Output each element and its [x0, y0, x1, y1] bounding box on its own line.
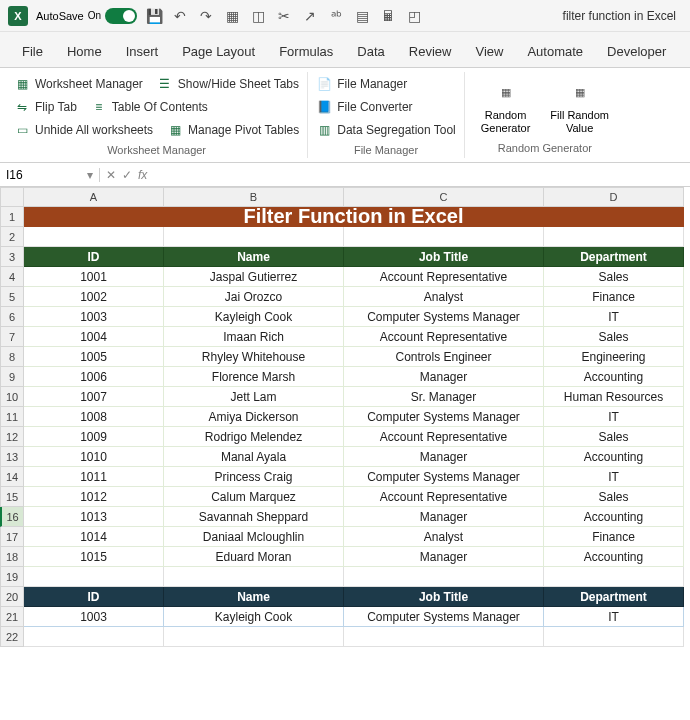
chevron-down-icon[interactable]: ▾ [87, 168, 93, 182]
cell[interactable]: Account Representative [344, 427, 544, 447]
cell[interactable]: Imaan Rich [164, 327, 344, 347]
row-header-17[interactable]: 17 [0, 527, 24, 547]
redo-icon[interactable]: ↷ [197, 7, 215, 25]
row-header-9[interactable]: 9 [0, 367, 24, 387]
cell[interactable]: Calum Marquez [164, 487, 344, 507]
qat-icon-5[interactable]: ▤ [353, 7, 371, 25]
cell[interactable]: Accounting [544, 367, 684, 387]
row-header-10[interactable]: 10 [0, 387, 24, 407]
calc-icon[interactable]: 🖩 [379, 7, 397, 25]
cell[interactable]: 1012 [24, 487, 164, 507]
cell[interactable]: 1011 [24, 467, 164, 487]
cell[interactable]: Jaspal Gutierrez [164, 267, 344, 287]
tab-data[interactable]: Data [345, 38, 396, 67]
cell[interactable]: Accounting [544, 447, 684, 467]
qat-icon-2[interactable]: ◫ [249, 7, 267, 25]
tab-developer[interactable]: Developer [595, 38, 678, 67]
cell[interactable] [24, 227, 164, 247]
cell[interactable]: IT [544, 467, 684, 487]
cell[interactable] [24, 567, 164, 587]
cell[interactable]: Finance [544, 287, 684, 307]
cell[interactable]: Jai Orozco [164, 287, 344, 307]
row-header-21[interactable]: 21 [0, 607, 24, 627]
row-header-19[interactable]: 19 [0, 567, 24, 587]
cell[interactable] [24, 627, 164, 647]
cell[interactable]: Human Resources [544, 387, 684, 407]
cmd-random-generator[interactable]: ▦ Random Generator [473, 74, 539, 138]
fx-icon[interactable]: fx [138, 168, 147, 182]
col-header-D[interactable]: D [544, 187, 684, 207]
row-header-13[interactable]: 13 [0, 447, 24, 467]
row-header-8[interactable]: 8 [0, 347, 24, 367]
cell[interactable]: 1015 [24, 547, 164, 567]
cell[interactable]: 1013 [24, 507, 164, 527]
qat-icon-4[interactable]: ᵃᵇ [327, 7, 345, 25]
cell[interactable]: Sr. Manager [344, 387, 544, 407]
cell[interactable] [344, 227, 544, 247]
cell[interactable]: 1010 [24, 447, 164, 467]
select-all-corner[interactable] [0, 187, 24, 207]
cell[interactable]: 1003 [24, 607, 164, 627]
row-header-4[interactable]: 4 [0, 267, 24, 287]
cmd-show-hide-tabs[interactable]: ☰Show/Hide Sheet Tabs [157, 74, 299, 94]
cell[interactable]: Finance [544, 527, 684, 547]
row-header-15[interactable]: 15 [0, 487, 24, 507]
cell[interactable] [344, 567, 544, 587]
row-header-12[interactable]: 12 [0, 427, 24, 447]
tab-review[interactable]: Review [397, 38, 464, 67]
cmd-data-segregation[interactable]: ▥Data Segregation Tool [316, 120, 456, 140]
cell[interactable]: Department [544, 587, 684, 607]
cmd-file-converter[interactable]: 📘File Converter [316, 97, 456, 117]
tab-automate[interactable]: Automate [515, 38, 595, 67]
tab-view[interactable]: View [463, 38, 515, 67]
cell[interactable]: Florence Marsh [164, 367, 344, 387]
cell[interactable]: 1006 [24, 367, 164, 387]
cell[interactable]: 1001 [24, 267, 164, 287]
name-box[interactable]: I16 ▾ [0, 168, 100, 182]
cmd-toc[interactable]: ≡Table Of Contents [91, 97, 208, 117]
col-header-A[interactable]: A [24, 187, 164, 207]
cell[interactable]: Manal Ayala [164, 447, 344, 467]
cell[interactable] [164, 567, 344, 587]
autosave-toggle[interactable]: AutoSave On [36, 8, 137, 24]
tab-page-layout[interactable]: Page Layout [170, 38, 267, 67]
cell[interactable]: Analyst [344, 287, 544, 307]
cell[interactable] [164, 627, 344, 647]
cell[interactable]: Computer Systems Manager [344, 607, 544, 627]
cmd-worksheet-manager[interactable]: ▦Worksheet Manager [14, 74, 143, 94]
cmd-flip-tab[interactable]: ⇋Flip Tab [14, 97, 77, 117]
save-icon[interactable]: 💾 [145, 7, 163, 25]
cell[interactable]: Princess Craig [164, 467, 344, 487]
row-header-16[interactable]: 16 [0, 507, 24, 527]
cell[interactable]: Eduard Moran [164, 547, 344, 567]
cell[interactable]: Computer Systems Manager [344, 307, 544, 327]
cell[interactable] [544, 627, 684, 647]
cell[interactable]: Rhyley Whitehouse [164, 347, 344, 367]
cell[interactable]: IT [544, 407, 684, 427]
row-header-1[interactable]: 1 [0, 207, 24, 227]
cell[interactable]: Sales [544, 327, 684, 347]
cell[interactable] [544, 227, 684, 247]
cell[interactable]: Manager [344, 547, 544, 567]
qat-icon-6[interactable]: ◰ [405, 7, 423, 25]
tab-home[interactable]: Home [55, 38, 114, 67]
cell[interactable]: Accounting [544, 507, 684, 527]
cell[interactable]: Manager [344, 447, 544, 467]
toggle-switch-icon[interactable] [105, 8, 137, 24]
row-header-7[interactable]: 7 [0, 327, 24, 347]
row-header-3[interactable]: 3 [0, 247, 24, 267]
cell[interactable]: 1007 [24, 387, 164, 407]
cell[interactable]: 1004 [24, 327, 164, 347]
cell[interactable]: ID [24, 247, 164, 267]
cell[interactable]: Jett Lam [164, 387, 344, 407]
cell[interactable]: Manager [344, 507, 544, 527]
row-header-18[interactable]: 18 [0, 547, 24, 567]
cmd-fill-random-value[interactable]: ▦ Fill Random Value [542, 74, 617, 138]
cell[interactable]: Computer Systems Manager [344, 407, 544, 427]
cell[interactable]: 1003 [24, 307, 164, 327]
cell[interactable]: Kayleigh Cook [164, 607, 344, 627]
cmd-pivot[interactable]: ▦Manage Pivot Tables [167, 120, 299, 140]
row-header-22[interactable]: 22 [0, 627, 24, 647]
share-icon[interactable]: ↗ [301, 7, 319, 25]
qat-icon-3[interactable]: ✂ [275, 7, 293, 25]
